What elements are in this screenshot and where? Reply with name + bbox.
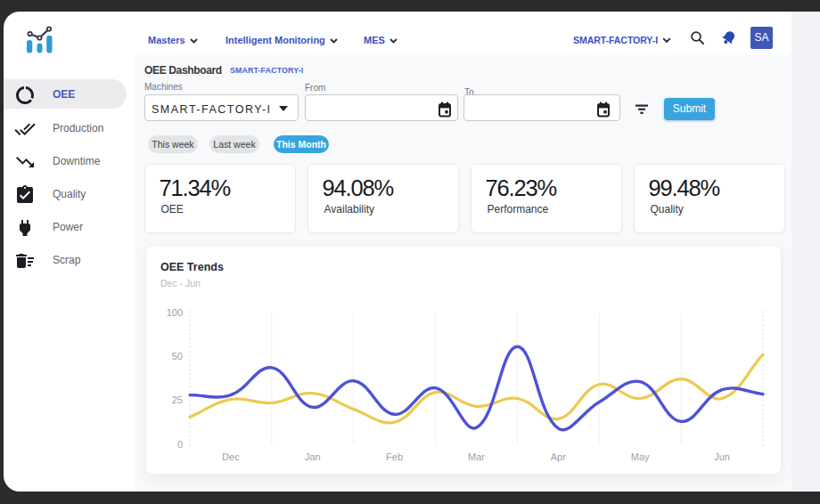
svg-text:100: 100 (167, 307, 183, 318)
svg-text:50: 50 (172, 351, 183, 362)
svg-text:Mar: Mar (468, 451, 485, 462)
svg-text:May: May (631, 451, 650, 462)
svg-text:0: 0 (177, 439, 183, 450)
svg-text:Dec: Dec (222, 451, 240, 462)
svg-text:Jun: Jun (714, 451, 730, 462)
svg-text:Jan: Jan (305, 451, 321, 462)
svg-text:25: 25 (172, 394, 183, 405)
svg-text:Apr: Apr (551, 451, 566, 462)
svg-text:Feb: Feb (386, 451, 403, 462)
